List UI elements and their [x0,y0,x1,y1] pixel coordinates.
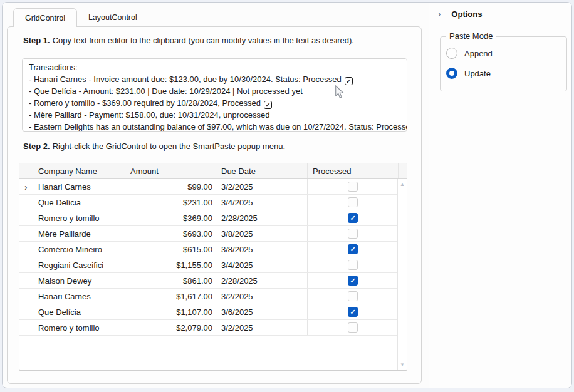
processed-checkbox[interactable] [348,229,358,239]
chevron-right-icon[interactable]: › [438,9,441,19]
due-date-cell[interactable]: 3/2/2025 [216,320,308,335]
processed-cell[interactable] [308,320,399,335]
tab-layoutcontrol[interactable]: LayoutControl [77,8,149,27]
table-row[interactable]: › Que Delícia $1,107.00 3/6/2025 [19,304,407,320]
editor-line-text: Transactions: [29,63,78,72]
table-row[interactable]: › Reggiani Caseifici $1,155.00 3/4/2025 [19,257,407,273]
company-name-cell[interactable]: Maison Dewey [33,273,125,288]
column-header-processed[interactable]: Processed [308,163,399,178]
paste-mode-radio-option[interactable]: Append [446,46,566,60]
options-title: Options [451,9,482,19]
amount-cell[interactable]: $2,079.00 [125,320,216,335]
processed-checkbox[interactable] [348,291,358,301]
checked-glyph: ✓ [345,77,353,85]
amount-cell[interactable]: $1,107.00 [125,304,216,319]
processed-checkbox[interactable] [348,276,358,286]
paste-mode-label: Paste Mode [446,31,496,41]
processed-checkbox[interactable] [348,244,358,254]
row-indicator-cell: › [19,320,33,335]
processed-cell[interactable] [308,195,399,210]
processed-checkbox[interactable] [348,260,358,270]
company-name-cell[interactable]: Romero y tomillo [33,320,125,335]
processed-cell[interactable] [308,179,399,194]
table-row[interactable]: › Mère Paillarde $693.00 3/8/2025 [19,226,407,242]
company-name-cell[interactable]: Comércio Mineiro [33,242,125,257]
due-date-cell[interactable]: 3/2/2025 [216,289,308,304]
due-date-cell[interactable]: 3/4/2025 [216,257,308,272]
radio-label: Append [464,49,493,58]
editor-line-text: - Mère Paillard - Payment: $158.00, due:… [29,110,269,120]
row-indicator-cell: › [19,210,33,225]
processed-cell[interactable] [308,273,399,288]
options-header[interactable]: › Options [429,3,571,26]
amount-cell[interactable]: $231.00 [125,195,216,210]
amount-cell[interactable]: $369.00 [125,210,216,225]
scroll-up-icon[interactable]: ▲ [400,182,405,187]
processed-cell[interactable] [308,210,399,225]
amount-cell[interactable]: $1,155.00 [125,257,216,272]
radio-icon[interactable] [446,68,457,79]
company-name-cell[interactable]: Reggiani Caseifici [33,257,125,272]
row-indicator-cell: › [19,273,33,288]
company-name-cell[interactable]: Romero y tomillo [33,210,125,225]
amount-cell[interactable]: $99.00 [125,179,216,194]
tab-gridcontrol[interactable]: GridControl [13,8,77,27]
company-name-cell[interactable]: Hanari Carnes [33,179,125,194]
radio-icon[interactable] [446,48,457,59]
step1-text: Copy text from editor to the clipboard (… [53,36,354,45]
amount-cell[interactable]: $861.00 [125,273,216,288]
processed-cell[interactable] [308,257,399,272]
processed-checkbox[interactable] [348,197,358,207]
processed-checkbox[interactable] [348,213,358,223]
grid-scrollbar[interactable]: ▲ ▼ [397,179,407,370]
focused-row-arrow-icon: › [24,181,27,192]
table-row[interactable]: › Romero y tomillo $2,079.00 3/2/2025 [19,320,407,336]
amount-cell[interactable]: $615.00 [125,242,216,257]
processed-cell[interactable] [308,242,399,257]
processed-cell[interactable] [308,304,399,319]
due-date-cell[interactable]: 2/28/2025 [216,273,308,288]
amount-cell[interactable]: $693.00 [125,226,216,241]
table-row[interactable]: › Comércio Mineiro $615.00 3/8/2025 [19,242,407,257]
table-row[interactable]: › Hanari Carnes $1,617.00 3/2/2025 [19,289,407,304]
column-header-company-name[interactable]: Company Name [33,163,125,178]
due-date-cell[interactable]: 3/8/2025 [216,226,308,241]
scrollbar-header-spacer [399,163,407,178]
processed-cell[interactable] [308,226,399,241]
due-date-cell[interactable]: 3/8/2025 [216,242,308,257]
row-indicator-header [19,163,33,178]
editor-line: - Que Delícia - Amount: $231.00 | Due da… [29,85,400,97]
processed-checkbox[interactable] [348,182,358,192]
due-date-cell[interactable]: 2/28/2025 [216,210,308,225]
radio-label: Update [464,69,491,78]
company-name-cell[interactable]: Hanari Carnes [33,289,125,304]
paste-mode-radio-option[interactable]: Update [446,66,566,80]
table-row[interactable]: › Romero y tomillo $369.00 2/28/2025 [19,210,407,226]
row-indicator-cell: › [19,226,33,241]
company-name-cell[interactable]: Mère Paillarde [33,226,125,241]
grid-control[interactable]: Company Name Amount Due Date Processed ›… [19,163,407,371]
amount-cell[interactable]: $1,617.00 [125,289,216,304]
row-indicator-cell: › [19,257,33,272]
tab-strip: GridControl LayoutControl [13,8,149,27]
table-row[interactable]: › Maison Dewey $861.00 2/28/2025 [19,273,407,289]
due-date-cell[interactable]: 3/2/2025 [216,179,308,194]
processed-cell[interactable] [308,289,399,304]
table-row[interactable]: › Que Delícia $231.00 3/4/2025 [19,195,407,210]
processed-checkbox[interactable] [348,322,358,333]
editor-line: - Eastern Delights has an outstanding ba… [29,121,400,132]
column-header-due-date[interactable]: Due Date [216,163,308,178]
editor-line-text: - Eastern Delights has an outstanding ba… [29,122,407,132]
due-date-cell[interactable]: 3/6/2025 [216,304,308,319]
company-name-cell[interactable]: Que Delícia [33,304,125,319]
table-row[interactable]: › Hanari Carnes $99.00 3/2/2025 [19,179,407,195]
scroll-down-icon[interactable]: ▼ [400,362,405,368]
tab-page-gridcontrol: Step 1.Copy text from editor to the clip… [7,26,422,384]
row-indicator-cell: › [19,242,33,257]
due-date-cell[interactable]: 3/4/2025 [216,195,308,210]
row-indicator-cell: › [19,195,33,210]
processed-checkbox[interactable] [348,307,358,317]
transactions-editor[interactable]: Transactions:✓- Hanari Carnes - Invoice … [22,58,407,132]
company-name-cell[interactable]: Que Delícia [33,195,125,210]
column-header-amount[interactable]: Amount [125,163,216,178]
